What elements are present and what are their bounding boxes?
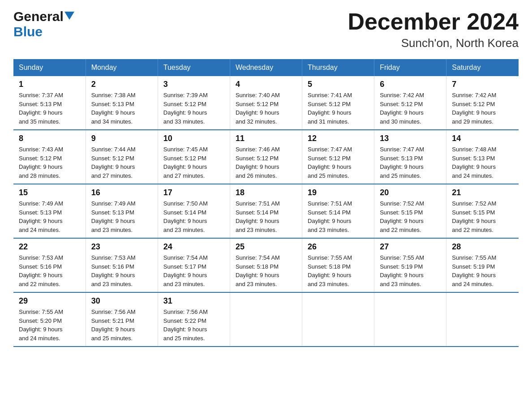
day-number: 1 [19, 80, 80, 89]
logo-arrow-icon [64, 12, 74, 20]
day-info: Sunrise: 7:38 AMSunset: 5:13 PMDaylight:… [91, 91, 152, 126]
day-number: 25 [236, 242, 296, 252]
calendar-day-cell: 6Sunrise: 7:42 AMSunset: 5:12 PMDaylight… [374, 76, 446, 130]
calendar-day-cell: 28Sunrise: 7:55 AMSunset: 5:19 PMDayligh… [446, 238, 519, 292]
calendar-day-cell: 17Sunrise: 7:50 AMSunset: 5:14 PMDayligh… [158, 184, 230, 238]
day-info: Sunrise: 7:53 AMSunset: 5:16 PMDaylight:… [91, 253, 152, 288]
day-number: 21 [452, 188, 513, 197]
calendar-day-cell: 25Sunrise: 7:54 AMSunset: 5:18 PMDayligh… [230, 238, 302, 292]
calendar-day-cell: 19Sunrise: 7:51 AMSunset: 5:14 PMDayligh… [302, 184, 374, 238]
calendar-day-cell: 12Sunrise: 7:47 AMSunset: 5:12 PMDayligh… [302, 130, 374, 184]
calendar-day-cell: 3Sunrise: 7:39 AMSunset: 5:12 PMDaylight… [158, 76, 230, 130]
day-number: 3 [163, 80, 224, 89]
day-info: Sunrise: 7:41 AMSunset: 5:12 PMDaylight:… [308, 91, 369, 126]
logo-blue-text: Blue [13, 24, 43, 39]
day-info: Sunrise: 7:54 AMSunset: 5:17 PMDaylight:… [163, 253, 224, 288]
calendar-table: SundayMondayTuesdayWednesdayThursdayFrid… [13, 59, 519, 347]
calendar-day-cell: 13Sunrise: 7:47 AMSunset: 5:13 PMDayligh… [374, 130, 446, 184]
calendar-day-cell: 11Sunrise: 7:46 AMSunset: 5:12 PMDayligh… [230, 130, 302, 184]
day-info: Sunrise: 7:55 AMSunset: 5:19 PMDaylight:… [452, 253, 513, 288]
day-number: 29 [19, 296, 80, 306]
calendar-day-cell: 23Sunrise: 7:53 AMSunset: 5:16 PMDayligh… [86, 238, 158, 292]
calendar-day-cell: 5Sunrise: 7:41 AMSunset: 5:12 PMDaylight… [302, 76, 374, 130]
calendar-day-cell: 31Sunrise: 7:56 AMSunset: 5:22 PMDayligh… [158, 292, 230, 347]
calendar-day-cell: 1Sunrise: 7:37 AMSunset: 5:13 PMDaylight… [13, 76, 86, 130]
day-info: Sunrise: 7:56 AMSunset: 5:21 PMDaylight:… [91, 308, 152, 342]
day-info: Sunrise: 7:49 AMSunset: 5:13 PMDaylight:… [19, 199, 80, 234]
day-info: Sunrise: 7:40 AMSunset: 5:12 PMDaylight:… [236, 91, 296, 126]
calendar-day-cell: 14Sunrise: 7:48 AMSunset: 5:13 PMDayligh… [446, 130, 519, 184]
day-info: Sunrise: 7:44 AMSunset: 5:12 PMDaylight:… [91, 145, 152, 180]
calendar-day-cell: 15Sunrise: 7:49 AMSunset: 5:13 PMDayligh… [13, 184, 86, 238]
calendar-day-header: Tuesday [158, 59, 230, 76]
page-header: General Blue December 2024 Sunch'on, Nor… [13, 9, 519, 50]
day-info: Sunrise: 7:51 AMSunset: 5:14 PMDaylight:… [308, 199, 369, 234]
calendar-day-header: Thursday [302, 59, 374, 76]
calendar-day-cell: 16Sunrise: 7:49 AMSunset: 5:13 PMDayligh… [86, 184, 158, 238]
calendar-week-row: 29Sunrise: 7:55 AMSunset: 5:20 PMDayligh… [13, 292, 519, 347]
calendar-week-row: 8Sunrise: 7:43 AMSunset: 5:12 PMDaylight… [13, 130, 519, 184]
day-info: Sunrise: 7:47 AMSunset: 5:12 PMDaylight:… [308, 145, 369, 180]
calendar-day-cell [446, 292, 519, 347]
day-info: Sunrise: 7:55 AMSunset: 5:19 PMDaylight:… [380, 253, 441, 288]
day-number: 6 [380, 80, 441, 89]
calendar-day-cell: 27Sunrise: 7:55 AMSunset: 5:19 PMDayligh… [374, 238, 446, 292]
day-number: 15 [19, 188, 80, 197]
logo: General Blue [13, 9, 74, 39]
day-number: 7 [452, 80, 513, 89]
calendar-day-cell: 22Sunrise: 7:53 AMSunset: 5:16 PMDayligh… [13, 238, 86, 292]
day-info: Sunrise: 7:45 AMSunset: 5:12 PMDaylight:… [163, 145, 224, 180]
day-info: Sunrise: 7:51 AMSunset: 5:14 PMDaylight:… [236, 199, 296, 234]
day-number: 4 [236, 80, 296, 89]
day-number: 26 [308, 242, 369, 252]
calendar-day-header: Friday [374, 59, 446, 76]
day-info: Sunrise: 7:37 AMSunset: 5:13 PMDaylight:… [19, 91, 80, 126]
calendar-day-header: Sunday [13, 59, 86, 76]
svg-marker-0 [64, 12, 74, 20]
calendar-day-cell [302, 292, 374, 347]
calendar-day-cell: 24Sunrise: 7:54 AMSunset: 5:17 PMDayligh… [158, 238, 230, 292]
day-number: 16 [91, 188, 152, 197]
day-number: 31 [163, 296, 224, 306]
day-number: 10 [163, 134, 224, 143]
calendar-day-cell: 10Sunrise: 7:45 AMSunset: 5:12 PMDayligh… [158, 130, 230, 184]
day-number: 8 [19, 134, 80, 143]
calendar-day-cell [230, 292, 302, 347]
calendar-week-row: 1Sunrise: 7:37 AMSunset: 5:13 PMDaylight… [13, 76, 519, 130]
day-info: Sunrise: 7:46 AMSunset: 5:12 PMDaylight:… [236, 145, 296, 180]
day-info: Sunrise: 7:53 AMSunset: 5:16 PMDaylight:… [19, 253, 80, 288]
calendar-day-cell: 29Sunrise: 7:55 AMSunset: 5:20 PMDayligh… [13, 292, 86, 347]
calendar-day-cell: 8Sunrise: 7:43 AMSunset: 5:12 PMDaylight… [13, 130, 86, 184]
calendar-header-row: SundayMondayTuesdayWednesdayThursdayFrid… [13, 59, 519, 76]
calendar-day-cell: 26Sunrise: 7:55 AMSunset: 5:18 PMDayligh… [302, 238, 374, 292]
day-number: 2 [91, 80, 152, 89]
day-number: 9 [91, 134, 152, 143]
day-number: 19 [308, 188, 369, 197]
calendar-week-row: 15Sunrise: 7:49 AMSunset: 5:13 PMDayligh… [13, 184, 519, 238]
day-info: Sunrise: 7:47 AMSunset: 5:13 PMDaylight:… [380, 145, 441, 180]
calendar-day-cell [374, 292, 446, 347]
title-block: December 2024 Sunch'on, North Korea [348, 9, 519, 50]
calendar-day-header: Wednesday [230, 59, 302, 76]
day-info: Sunrise: 7:42 AMSunset: 5:12 PMDaylight:… [452, 91, 513, 126]
day-number: 13 [380, 134, 441, 143]
day-number: 30 [91, 296, 152, 306]
day-number: 23 [91, 242, 152, 252]
day-info: Sunrise: 7:42 AMSunset: 5:12 PMDaylight:… [380, 91, 441, 126]
day-info: Sunrise: 7:52 AMSunset: 5:15 PMDaylight:… [380, 199, 441, 234]
day-number: 22 [19, 242, 80, 252]
day-info: Sunrise: 7:43 AMSunset: 5:12 PMDaylight:… [19, 145, 80, 180]
day-info: Sunrise: 7:56 AMSunset: 5:22 PMDaylight:… [163, 308, 224, 342]
calendar-day-cell: 18Sunrise: 7:51 AMSunset: 5:14 PMDayligh… [230, 184, 302, 238]
calendar-week-row: 22Sunrise: 7:53 AMSunset: 5:16 PMDayligh… [13, 238, 519, 292]
day-number: 24 [163, 242, 224, 252]
day-number: 11 [236, 134, 296, 143]
day-number: 12 [308, 134, 369, 143]
day-info: Sunrise: 7:50 AMSunset: 5:14 PMDaylight:… [163, 199, 224, 234]
day-info: Sunrise: 7:39 AMSunset: 5:12 PMDaylight:… [163, 91, 224, 126]
calendar-day-header: Saturday [446, 59, 519, 76]
day-info: Sunrise: 7:52 AMSunset: 5:15 PMDaylight:… [452, 199, 513, 234]
day-number: 28 [452, 242, 513, 252]
day-number: 14 [452, 134, 513, 143]
calendar-day-header: Monday [86, 59, 158, 76]
